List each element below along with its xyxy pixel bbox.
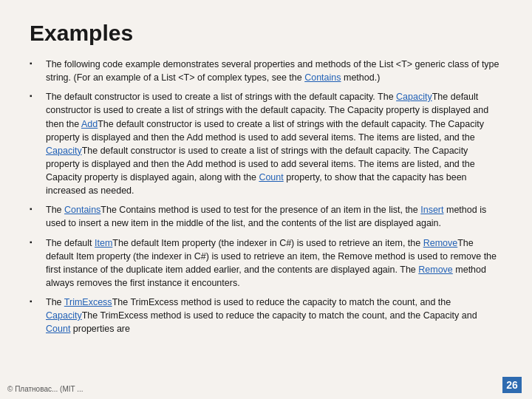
bullet-text: The following code example demonstrates … [46,58,502,84]
inline-link[interactable]: Remove [423,238,458,248]
slide-title: Examples [30,21,502,46]
bullet-marker-icon: ▪ [30,91,41,102]
slide-container: Examples ▪The following code example dem… [0,0,532,399]
bullet-marker-icon: ▪ [30,58,41,69]
bullet-marker-icon: ▪ [30,296,41,307]
list-item: ▪The following code example demonstrates… [30,58,502,84]
inline-link[interactable]: Remove [418,265,453,275]
bullet-text: The default constructor is used to creat… [46,90,502,197]
list-item: ▪The default constructor is used to crea… [30,90,502,197]
inline-link[interactable]: Capacity [46,146,82,156]
inline-link[interactable]: Capacity [46,310,82,321]
inline-link[interactable]: Add [81,119,98,129]
bullet-text: The ContainsThe Contains method is used … [46,203,502,230]
footer-left: © Платновас... (MIT ... [7,385,83,393]
list-item: ▪The ContainsThe Contains method is used… [30,203,502,230]
inline-link[interactable]: Item [95,238,112,248]
inline-link[interactable]: Capacity [396,92,432,102]
inline-link[interactable]: Count [259,172,283,183]
page-number: 26 [502,377,522,393]
inline-link[interactable]: Count [46,324,70,334]
inline-link[interactable]: Insert [420,205,443,215]
list-item: ▪The default ItemThe default Item proper… [30,236,502,290]
list-item: ▪The TrimExcessThe TrimExcess method is … [30,296,502,335]
bullet-text: The default ItemThe default Item propert… [46,236,502,290]
bullet-list: ▪The following code example demonstrates… [30,58,502,335]
bullet-text: The TrimExcessThe TrimExcess method is u… [46,296,502,335]
inline-link[interactable]: Contains [64,205,100,215]
inline-link[interactable]: TrimExcess [64,297,112,307]
inline-link[interactable]: Contains [304,72,341,83]
bullet-marker-icon: ▪ [30,204,41,215]
bullet-marker-icon: ▪ [30,237,41,248]
